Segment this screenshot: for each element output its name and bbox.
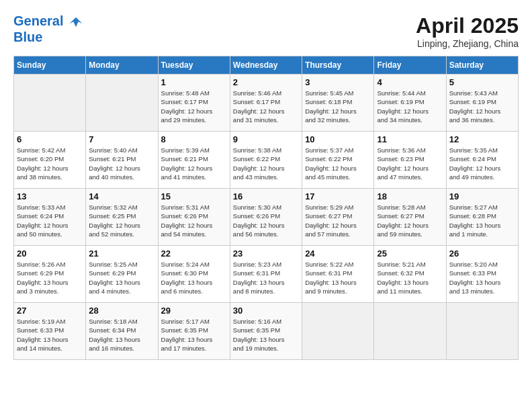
calendar-cell: 8Sunrise: 5:39 AMSunset: 6:21 PMDaylight… (158, 132, 230, 189)
logo: General Blue (13, 13, 83, 44)
day-info: Sunrise: 5:25 AMSunset: 6:29 PMDaylight:… (89, 260, 154, 295)
calendar-cell: 19Sunrise: 5:27 AMSunset: 6:28 PMDayligh… (446, 189, 518, 246)
day-info: Sunrise: 5:23 AMSunset: 6:31 PMDaylight:… (233, 260, 299, 295)
calendar-cell: 24Sunrise: 5:22 AMSunset: 6:31 PMDayligh… (302, 246, 374, 303)
day-number: 26 (449, 248, 515, 259)
calendar-cell: 11Sunrise: 5:36 AMSunset: 6:23 PMDayligh… (374, 132, 446, 189)
calendar-cell: 7Sunrise: 5:40 AMSunset: 6:21 PMDaylight… (86, 132, 158, 189)
logo-general: General (13, 13, 63, 28)
calendar-table: SundayMondayTuesdayWednesdayThursdayFrid… (13, 56, 519, 360)
day-info: Sunrise: 5:30 AMSunset: 6:26 PMDaylight:… (233, 203, 299, 238)
calendar-week-row: 1Sunrise: 5:48 AMSunset: 6:17 PMDaylight… (14, 75, 519, 132)
calendar-cell: 14Sunrise: 5:32 AMSunset: 6:25 PMDayligh… (86, 189, 158, 246)
day-info: Sunrise: 5:29 AMSunset: 6:27 PMDaylight:… (305, 203, 371, 238)
day-number: 4 (377, 77, 443, 87)
day-info: Sunrise: 5:16 AMSunset: 6:35 PMDaylight:… (233, 317, 299, 353)
calendar-cell (446, 303, 518, 360)
day-info: Sunrise: 5:18 AMSunset: 6:34 PMDaylight:… (89, 317, 154, 353)
calendar-cell: 22Sunrise: 5:24 AMSunset: 6:30 PMDayligh… (158, 246, 230, 303)
calendar-cell (374, 303, 446, 360)
location-subtitle: Linping, Zhejiang, China (416, 38, 519, 49)
day-of-week-header: Tuesday (158, 56, 230, 75)
day-of-week-header: Monday (86, 56, 158, 75)
calendar-cell: 18Sunrise: 5:28 AMSunset: 6:27 PMDayligh… (374, 189, 446, 246)
day-number: 3 (305, 77, 371, 87)
day-info: Sunrise: 5:21 AMSunset: 6:32 PMDaylight:… (377, 260, 443, 295)
calendar-cell: 15Sunrise: 5:31 AMSunset: 6:26 PMDayligh… (158, 189, 230, 246)
day-info: Sunrise: 5:32 AMSunset: 6:25 PMDaylight:… (89, 203, 154, 238)
calendar-cell: 25Sunrise: 5:21 AMSunset: 6:32 PMDayligh… (374, 246, 446, 303)
day-number: 21 (89, 248, 154, 259)
title-block: April 2025 Linping, Zhejiang, China (416, 13, 519, 49)
day-info: Sunrise: 5:20 AMSunset: 6:33 PMDaylight:… (449, 260, 515, 295)
day-number: 18 (377, 191, 443, 201)
calendar-cell: 1Sunrise: 5:48 AMSunset: 6:17 PMDaylight… (158, 75, 230, 132)
day-number: 19 (449, 191, 515, 201)
day-number: 9 (233, 134, 299, 144)
day-info: Sunrise: 5:37 AMSunset: 6:22 PMDaylight:… (305, 146, 371, 181)
logo-text: General Blue (13, 13, 83, 44)
day-number: 6 (17, 134, 83, 144)
day-info: Sunrise: 5:40 AMSunset: 6:21 PMDaylight:… (89, 146, 154, 181)
day-info: Sunrise: 5:42 AMSunset: 6:20 PMDaylight:… (17, 146, 83, 181)
svg-marker-0 (70, 17, 83, 27)
day-info: Sunrise: 5:46 AMSunset: 6:17 PMDaylight:… (233, 89, 299, 124)
day-info: Sunrise: 5:36 AMSunset: 6:23 PMDaylight:… (377, 146, 443, 181)
calendar-cell: 16Sunrise: 5:30 AMSunset: 6:26 PMDayligh… (230, 189, 302, 246)
day-of-week-header: Saturday (446, 56, 518, 75)
day-info: Sunrise: 5:44 AMSunset: 6:19 PMDaylight:… (377, 89, 443, 124)
day-info: Sunrise: 5:19 AMSunset: 6:33 PMDaylight:… (17, 317, 83, 353)
day-info: Sunrise: 5:26 AMSunset: 6:29 PMDaylight:… (17, 260, 83, 295)
calendar-week-row: 13Sunrise: 5:33 AMSunset: 6:24 PMDayligh… (14, 189, 519, 246)
day-info: Sunrise: 5:45 AMSunset: 6:18 PMDaylight:… (305, 89, 371, 124)
calendar-cell: 23Sunrise: 5:23 AMSunset: 6:31 PMDayligh… (230, 246, 302, 303)
day-of-week-header: Wednesday (230, 56, 302, 75)
day-info: Sunrise: 5:22 AMSunset: 6:31 PMDaylight:… (305, 260, 371, 295)
calendar-cell: 13Sunrise: 5:33 AMSunset: 6:24 PMDayligh… (14, 189, 86, 246)
calendar-week-row: 27Sunrise: 5:19 AMSunset: 6:33 PMDayligh… (14, 303, 519, 360)
day-number: 1 (161, 77, 227, 87)
day-number: 14 (89, 191, 154, 201)
calendar-cell (14, 75, 86, 132)
day-of-week-header: Friday (374, 56, 446, 75)
calendar-cell: 2Sunrise: 5:46 AMSunset: 6:17 PMDaylight… (230, 75, 302, 132)
calendar-cell: 26Sunrise: 5:20 AMSunset: 6:33 PMDayligh… (446, 246, 518, 303)
day-number: 17 (305, 191, 371, 201)
day-info: Sunrise: 5:39 AMSunset: 6:21 PMDaylight:… (161, 146, 227, 181)
day-info: Sunrise: 5:35 AMSunset: 6:24 PMDaylight:… (449, 146, 515, 181)
calendar-cell: 27Sunrise: 5:19 AMSunset: 6:33 PMDayligh… (14, 303, 86, 360)
day-number: 11 (377, 134, 443, 144)
day-number: 28 (89, 306, 154, 316)
day-number: 7 (89, 134, 154, 144)
calendar-cell: 29Sunrise: 5:17 AMSunset: 6:35 PMDayligh… (158, 303, 230, 360)
day-number: 15 (161, 191, 227, 201)
day-info: Sunrise: 5:31 AMSunset: 6:26 PMDaylight:… (161, 203, 227, 238)
day-info: Sunrise: 5:28 AMSunset: 6:27 PMDaylight:… (377, 203, 443, 238)
calendar-week-row: 20Sunrise: 5:26 AMSunset: 6:29 PMDayligh… (14, 246, 519, 303)
day-number: 30 (233, 306, 299, 316)
day-info: Sunrise: 5:24 AMSunset: 6:30 PMDaylight:… (161, 260, 227, 295)
logo-blue: Blue (13, 30, 83, 44)
calendar-week-row: 6Sunrise: 5:42 AMSunset: 6:20 PMDaylight… (14, 132, 519, 189)
calendar-cell: 5Sunrise: 5:43 AMSunset: 6:19 PMDaylight… (446, 75, 518, 132)
day-of-week-header: Thursday (302, 56, 374, 75)
day-number: 5 (449, 77, 515, 87)
day-info: Sunrise: 5:48 AMSunset: 6:17 PMDaylight:… (161, 89, 227, 124)
day-of-week-header: Sunday (14, 56, 86, 75)
day-number: 8 (161, 134, 227, 144)
day-number: 10 (305, 134, 371, 144)
calendar-cell: 4Sunrise: 5:44 AMSunset: 6:19 PMDaylight… (374, 75, 446, 132)
day-number: 2 (233, 77, 299, 87)
page-header: General Blue April 2025 Linping, Zhejian… (13, 13, 519, 49)
calendar-cell: 30Sunrise: 5:16 AMSunset: 6:35 PMDayligh… (230, 303, 302, 360)
day-info: Sunrise: 5:43 AMSunset: 6:19 PMDaylight:… (449, 89, 515, 124)
calendar-cell: 12Sunrise: 5:35 AMSunset: 6:24 PMDayligh… (446, 132, 518, 189)
calendar-cell: 28Sunrise: 5:18 AMSunset: 6:34 PMDayligh… (86, 303, 158, 360)
logo-bird-icon (69, 15, 83, 30)
calendar-cell (86, 75, 158, 132)
calendar-cell: 21Sunrise: 5:25 AMSunset: 6:29 PMDayligh… (86, 246, 158, 303)
day-info: Sunrise: 5:27 AMSunset: 6:28 PMDaylight:… (449, 203, 515, 238)
day-number: 20 (17, 248, 83, 259)
calendar-cell: 17Sunrise: 5:29 AMSunset: 6:27 PMDayligh… (302, 189, 374, 246)
day-number: 27 (17, 306, 83, 316)
